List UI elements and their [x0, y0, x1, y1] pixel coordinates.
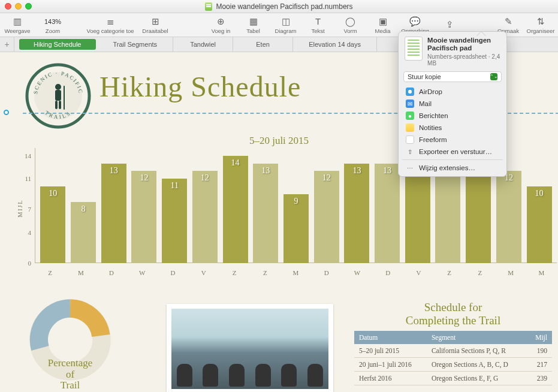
chart-x-labels: ZMDWDVZZMDWDVZZMM [35, 269, 557, 276]
chevron-updown-icon: ⌃⌄ [490, 73, 497, 80]
category-icon: ≣ [105, 17, 116, 26]
share-freeform[interactable]: Freeform [399, 134, 506, 146]
organize-icon: ⇅ [535, 17, 546, 26]
chart-bar[interactable]: 14 [223, 156, 248, 263]
share-popover: Mooie wandelingen Pacifisch pad Numbers-… [398, 31, 507, 177]
shape-button[interactable]: ◯ Vorm [336, 14, 366, 36]
table-row[interactable]: 5–20 juli 2015California Sections P, Q, … [354, 344, 552, 358]
share-notes[interactable]: Notities [399, 122, 506, 134]
insert-button[interactable]: ⊕ Voeg in [206, 14, 236, 36]
chart-bar[interactable]: 13 [466, 164, 491, 263]
table-button[interactable]: ▦ Tabel [239, 14, 269, 36]
trail-photo[interactable] [167, 304, 333, 392]
view-icon: ▥ [12, 17, 23, 26]
chart-bar[interactable]: 10 [40, 186, 65, 263]
sheet-tab-tandwiel[interactable]: Tandwiel [173, 37, 233, 52]
schedule-title: Schedule for Completing the Trail [354, 301, 552, 327]
share-mail[interactable]: ✉ Mail [399, 98, 506, 110]
comment-icon: 💬 [410, 17, 421, 26]
chart-bar[interactable]: 10 [527, 186, 552, 263]
pivot-icon: ⊞ [150, 17, 161, 26]
view-button[interactable]: ▥ Weergave [2, 14, 32, 36]
chart-button[interactable]: ◫ Diagram [271, 14, 301, 36]
share-airdrop[interactable]: AirDrop [399, 86, 506, 98]
chart-bar[interactable]: 13 [344, 164, 369, 263]
table-row[interactable]: Herfst 2016Oregon Sections E, F, G239 [354, 371, 552, 385]
share-icon: ⇪ [445, 20, 456, 29]
brush-icon: ✎ [503, 17, 514, 26]
shape-icon: ◯ [345, 17, 356, 26]
share-messages[interactable]: ● Berichten [399, 110, 506, 122]
text-button[interactable]: T Tekst [303, 14, 333, 36]
col-segment[interactable]: Segment [427, 331, 527, 344]
chart-bar[interactable]: 13 [101, 164, 126, 263]
share-doc-title: Mooie wandelingen Pacifisch pad [427, 37, 500, 52]
chart-bar[interactable]: 13 [375, 164, 400, 263]
window-title: Mooie wandelingen Pacifisch pad.numbers [0, 2, 558, 11]
media-button[interactable]: ▣ Media [368, 14, 398, 36]
messages-icon: ● [406, 111, 414, 120]
share-doc-meta: Numbers-spreadsheet · 2,4 MB [427, 53, 500, 67]
text-icon: T [313, 17, 324, 26]
chart-bar[interactable]: 11 [162, 179, 187, 263]
svg-rect-7 [59, 101, 61, 109]
notes-icon [406, 123, 414, 132]
page-title: Hiking Schedule [99, 70, 301, 103]
table-icon: ▦ [248, 17, 259, 26]
mail-icon: ✉ [406, 99, 414, 108]
chart-bar[interactable]: 12 [314, 171, 339, 263]
organize-button[interactable]: ⇅ Organiseer [526, 14, 556, 36]
share-export-send[interactable]: ⇧ Exporteer en verstuur… [399, 146, 506, 158]
sheet-tab-elevation[interactable]: Elevation 14 days [293, 37, 377, 52]
chart-bar[interactable]: 12 [131, 171, 156, 263]
add-sheet-button[interactable]: + [0, 37, 14, 52]
zoom-button[interactable]: 143% Zoom [35, 14, 71, 36]
chart-bar[interactable]: 9 [283, 194, 309, 263]
freeform-icon [406, 135, 414, 144]
title-bar: Mooie wandelingen Pacifisch pad.numbers [0, 0, 558, 13]
chart-bar[interactable]: 8 [71, 202, 96, 263]
schedule-panel: Schedule for Completing the Trail Datum … [354, 301, 552, 385]
add-category-button[interactable]: ≣ Voeg categorie toe [83, 14, 138, 36]
share-doc-thumb-icon [405, 37, 423, 61]
airdrop-icon [406, 88, 414, 96]
svg-rect-6 [55, 101, 58, 109]
media-icon: ▣ [378, 17, 388, 26]
sheet-tab-eten[interactable]: Eten [233, 37, 293, 52]
chart-icon: ◫ [280, 17, 291, 26]
svg-rect-8 [64, 86, 65, 110]
zoom-value: 143% [47, 17, 58, 26]
selection-handle-left[interactable] [4, 110, 9, 115]
col-miles[interactable]: Mijl [527, 331, 552, 344]
sheet-tab-trail-segments[interactable]: Trail Segments [98, 37, 174, 52]
chart-bar[interactable]: 12 [192, 171, 218, 263]
share-edit-extensions[interactable]: ⋯ Wijzig extensies… [399, 162, 506, 174]
extensions-icon: ⋯ [406, 164, 414, 172]
donut-label: Percentage of Trail [7, 358, 133, 391]
chart-bar[interactable]: 13 [253, 164, 278, 263]
share-mode-label: Stuur kopie [408, 73, 441, 80]
table-row[interactable]: 20 juni–1 juli 2016Oregon Sections A, B,… [354, 357, 552, 371]
numbers-doc-icon [205, 2, 212, 11]
export-icon: ⇧ [406, 147, 414, 156]
col-date[interactable]: Datum [354, 331, 427, 344]
pivot-button[interactable]: ⊞ Draaitabel [140, 14, 170, 36]
chart-y-ticks: 0471114 [20, 148, 34, 263]
schedule-table[interactable]: Datum Segment Mijl 5–20 juli 2015Califor… [354, 331, 552, 385]
percentage-donut-chart[interactable]: Percentage of Trail [7, 298, 133, 392]
svg-point-4 [55, 84, 61, 90]
svg-rect-5 [55, 90, 61, 101]
window-title-text: Mooie wandelingen Pacifisch pad.numbers [216, 2, 352, 11]
trail-logo: SCENIC · PACIFIC TRAILS [25, 63, 91, 129]
sheet-tab-hiking-schedule[interactable]: Hiking Schedule [19, 39, 96, 50]
share-mode-select[interactable]: Stuur kopie ⌃⌄ [403, 71, 502, 82]
chart-bar[interactable]: 12 [496, 171, 521, 263]
insert-icon: ⊕ [216, 17, 227, 26]
